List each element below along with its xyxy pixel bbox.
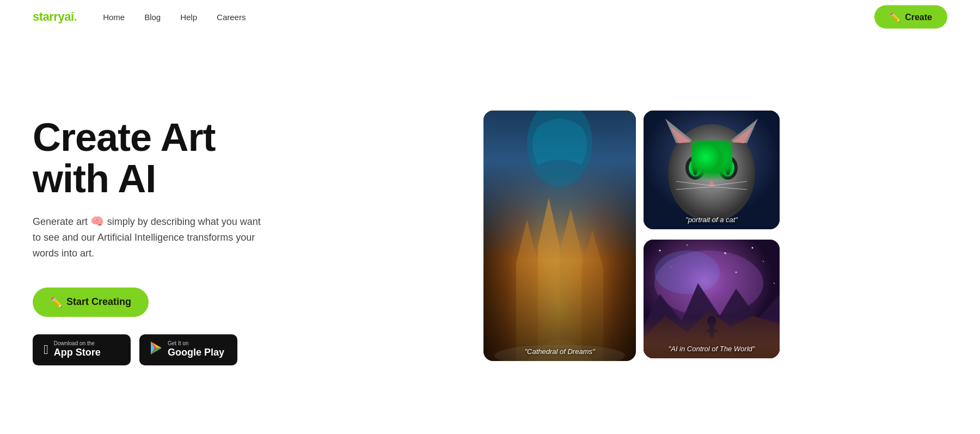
- hero-left: Create Art with AI Generate art 🧠 simply…: [33, 117, 316, 365]
- logo-text: starryai: [33, 10, 74, 23]
- hero-desc-part1: Generate art: [33, 216, 88, 227]
- svg-point-29: [774, 283, 775, 284]
- svg-point-13: [725, 160, 731, 175]
- art-cat-image: [644, 111, 780, 229]
- store-buttons:  Download on the App Store: [33, 334, 294, 365]
- nav-links: Home Blog Help Careers: [103, 13, 246, 22]
- svg-point-8: [685, 156, 705, 180]
- nav-create-label: Create: [905, 12, 932, 22]
- logo-dot: .: [74, 10, 77, 23]
- svg-point-23: [687, 244, 688, 246]
- navbar: starryai. Home Blog Help Careers ✏️ Crea…: [0, 0, 980, 34]
- svg-line-34: [706, 329, 714, 331]
- art-space-image: [644, 240, 780, 358]
- google-play-icon: [150, 341, 162, 358]
- app-store-button[interactable]:  Download on the App Store: [33, 334, 131, 365]
- google-play-large-text: Google Play: [168, 346, 224, 359]
- app-store-large-text: App Store: [54, 346, 101, 359]
- google-play-button[interactable]: Get It on Google Play: [139, 334, 237, 365]
- google-play-small-text: Get It on: [168, 341, 224, 346]
- cathedral-label: "Cathedral of Dreams": [483, 347, 636, 356]
- hero-description: Generate art 🧠 simply by describing what…: [33, 212, 261, 261]
- art-grid: "Cathedral of Dreams": [483, 111, 780, 361]
- brain-emoji: 🧠: [90, 215, 107, 227]
- art-cathedral-image: [483, 111, 636, 361]
- art-card-cat: "portrait of a cat": [644, 111, 780, 229]
- art-card-space: "AI in Control of The World": [644, 240, 780, 358]
- svg-point-9: [718, 156, 738, 180]
- svg-rect-33: [709, 327, 714, 338]
- svg-point-12: [693, 160, 698, 175]
- app-store-text: Download on the App Store: [54, 341, 101, 359]
- svg-point-25: [752, 247, 754, 249]
- nav-help[interactable]: Help: [180, 13, 197, 22]
- svg-point-32: [707, 316, 716, 327]
- art-card-cathedral: "Cathedral of Dreams": [483, 111, 636, 361]
- nav-home[interactable]: Home: [103, 13, 125, 22]
- svg-point-14: [695, 163, 698, 167]
- hero-section: Create Art with AI Generate art 🧠 simply…: [0, 34, 980, 427]
- svg-point-11: [721, 159, 734, 176]
- cat-label: "portrait of a cat": [644, 216, 780, 224]
- start-creating-label: Start Creating: [66, 296, 131, 308]
- nav-careers[interactable]: Careers: [217, 13, 246, 22]
- hero-right: "Cathedral of Dreams": [316, 56, 947, 427]
- svg-point-31: [654, 250, 720, 294]
- svg-point-26: [763, 261, 764, 262]
- svg-point-22: [659, 250, 661, 252]
- svg-point-10: [689, 159, 702, 176]
- svg-line-35: [709, 329, 717, 331]
- app-store-small-text: Download on the: [54, 341, 101, 346]
- nav-blog[interactable]: Blog: [144, 13, 161, 22]
- svg-point-15: [727, 163, 731, 167]
- space-label: "AI in Control of The World": [644, 345, 780, 353]
- start-pencil-icon: ✏️: [50, 296, 62, 308]
- logo[interactable]: starryai.: [33, 10, 77, 24]
- nav-pencil-icon: ✏️: [890, 12, 901, 22]
- nav-create-button[interactable]: ✏️ Create: [874, 5, 947, 29]
- start-creating-button[interactable]: ✏️ Start Creating: [33, 288, 149, 317]
- hero-title: Create Art with AI: [33, 117, 294, 199]
- apple-icon: : [44, 342, 48, 357]
- google-play-text: Get It on Google Play: [168, 341, 224, 359]
